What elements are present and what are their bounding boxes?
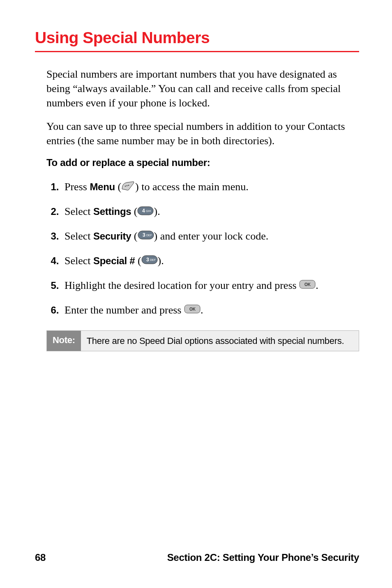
page-title: Using Special Numbers	[35, 29, 359, 51]
steps-list: 1. Press Menu () to access the main menu…	[46, 179, 359, 318]
heading-section: Using Special Numbers	[35, 29, 359, 52]
step-text: Press	[65, 181, 90, 193]
procedure-heading: To add or replace a special number:	[46, 157, 359, 168]
step-text-post: .	[316, 279, 318, 291]
step-bold: Security	[93, 231, 131, 242]
step-body: Select Settings (4GHI).	[65, 204, 359, 220]
page-footer: 68 Section 2C: Setting Your Phone’s Secu…	[35, 552, 359, 563]
step-body: Highlight the desired location for your …	[65, 278, 359, 294]
step-bold: Special #	[93, 255, 135, 266]
step-1: 1. Press Menu () to access the main menu…	[46, 179, 359, 196]
step-bold: Settings	[93, 206, 131, 217]
ok-key-icon: OK	[299, 278, 316, 293]
step-number: 3.	[46, 229, 65, 244]
step-body: Enter the number and press OK.	[65, 302, 359, 319]
step-text: Select	[65, 205, 93, 217]
svg-point-1	[127, 185, 127, 186]
svg-text:DEF: DEF	[146, 234, 152, 237]
menu-key-icon	[121, 180, 135, 195]
step-text-post: and enter your lock code.	[157, 230, 268, 242]
step-body: Press Menu () to access the main menu.	[65, 179, 359, 196]
svg-text:3: 3	[146, 257, 149, 263]
intro-paragraph-1: Special numbers are important numbers th…	[46, 67, 359, 110]
step-text-post: .	[157, 205, 160, 217]
svg-text:3: 3	[143, 232, 145, 238]
step-text-post: .	[161, 255, 164, 267]
step-bold: Menu	[90, 181, 115, 192]
heading-rule	[35, 51, 359, 52]
svg-text:4: 4	[142, 208, 145, 214]
key-3-icon: 3DEF	[141, 253, 158, 269]
step-number: 2.	[46, 205, 65, 219]
step-3: 3. Select Security (3DEF) and enter your…	[46, 228, 359, 245]
step-4: 4. Select Special # (3DEF).	[46, 253, 359, 270]
step-5: 5. Highlight the desired location for yo…	[46, 278, 359, 294]
step-text: Enter the number and press	[65, 304, 184, 316]
svg-text:OK: OK	[304, 282, 311, 287]
svg-text:GHI: GHI	[146, 210, 151, 212]
step-text-post: .	[201, 304, 203, 316]
step-number: 4.	[46, 254, 65, 268]
step-2: 2. Select Settings (4GHI).	[46, 204, 359, 220]
step-number: 5.	[46, 279, 65, 293]
step-text-post: to access the main menu.	[139, 181, 249, 193]
section-title: Section 2C: Setting Your Phone’s Securit…	[167, 552, 359, 563]
step-number: 6.	[46, 303, 65, 318]
key-3-icon: 3DEF	[138, 228, 154, 244]
key-4-icon: 4GHI	[137, 204, 154, 220]
content: Special numbers are important numbers th…	[35, 67, 359, 351]
intro-paragraph-2: You can save up to three special numbers…	[46, 119, 359, 148]
note-box: Note: There are no Speed Dial options as…	[46, 330, 359, 352]
svg-point-2	[128, 184, 129, 185]
page-number: 68	[35, 552, 46, 563]
step-text: Highlight the desired location for your …	[65, 279, 299, 291]
step-6: 6. Enter the number and press OK.	[46, 302, 359, 319]
note-label: Note:	[47, 331, 81, 351]
step-text: Select	[65, 230, 93, 242]
ok-key-icon: OK	[184, 302, 201, 318]
svg-text:OK: OK	[189, 307, 196, 311]
step-number: 1.	[46, 180, 65, 194]
step-text: Select	[65, 255, 93, 267]
step-body: Select Security (3DEF) and enter your lo…	[65, 228, 359, 245]
svg-text:DEF: DEF	[150, 258, 156, 261]
step-body: Select Special # (3DEF).	[65, 253, 359, 270]
svg-point-0	[125, 185, 126, 186]
note-text: There are no Speed Dial options associat…	[81, 331, 350, 351]
